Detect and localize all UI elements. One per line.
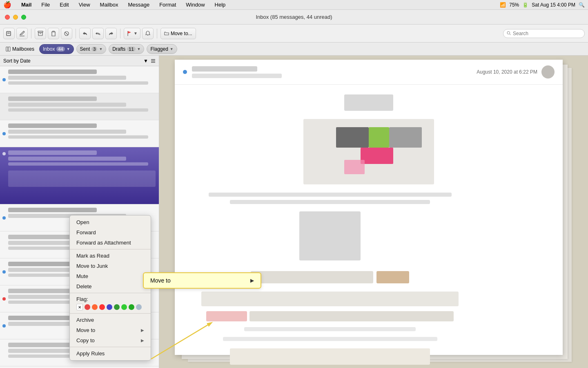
separator-1 xyxy=(31,29,31,38)
chart-block-5 xyxy=(344,160,365,174)
flag-button[interactable]: ▼ xyxy=(124,28,140,39)
forward-button[interactable] xyxy=(105,28,117,39)
ctx-flag-colors[interactable]: ✕ xyxy=(76,304,144,310)
maximize-button[interactable] xyxy=(21,15,26,20)
junk-button[interactable] xyxy=(61,28,72,39)
ctx-mute[interactable]: Mute xyxy=(70,271,151,281)
menu-edit[interactable]: Edit xyxy=(58,1,70,9)
menu-window[interactable]: Window xyxy=(184,1,206,9)
search-bar[interactable] xyxy=(503,29,585,38)
ctx-flag-section: Flag: ✕ xyxy=(70,294,151,312)
compose-icon xyxy=(6,31,12,36)
sort-bar[interactable]: Sort by Date ▼ xyxy=(0,56,159,66)
menu-mail[interactable]: Mail xyxy=(20,1,33,9)
flag-green2[interactable] xyxy=(121,304,127,310)
svg-rect-5 xyxy=(38,32,42,36)
reply-icon xyxy=(82,31,88,36)
flag-gray[interactable] xyxy=(136,304,142,310)
email-item[interactable] xyxy=(0,120,159,147)
forward-icon xyxy=(108,31,114,36)
archive-button[interactable] xyxy=(35,28,46,39)
svg-rect-17 xyxy=(151,61,155,61)
ctx-flag-label: Flag: xyxy=(76,296,144,302)
media-block xyxy=(187,211,473,260)
flag-green3[interactable] xyxy=(129,304,134,310)
ctx-move-to-label: Move to xyxy=(76,327,95,333)
wifi-icon: 📶 xyxy=(500,2,506,8)
ctx-forward[interactable]: Forward xyxy=(70,227,151,238)
ctx-archive[interactable]: Archive xyxy=(70,315,151,325)
flag-red2[interactable] xyxy=(99,304,105,310)
submenu-label: Move to xyxy=(150,277,171,284)
email-item-content xyxy=(8,150,156,187)
email-paper-main: August 10, 2020 at 6:22 PM xyxy=(175,60,563,355)
datetime: Sat Aug 15 4:00 PM xyxy=(532,2,575,8)
svg-line-9 xyxy=(65,32,68,35)
chart-block-1 xyxy=(336,127,369,148)
main-content: Sort by Date ▼ xyxy=(0,56,588,368)
menu-format[interactable]: Format xyxy=(158,1,178,9)
flag-clear[interactable]: ✕ xyxy=(76,304,83,310)
flag-green[interactable] xyxy=(114,304,120,310)
email-item[interactable] xyxy=(0,147,159,204)
flag-red[interactable] xyxy=(85,304,90,310)
mailboxes-toggle[interactable]: Mailboxes xyxy=(3,45,37,53)
email-logo-area xyxy=(187,94,550,111)
ctx-mark-read[interactable]: Mark as Read xyxy=(70,251,151,261)
ctx-apply-rules[interactable]: Apply Rules xyxy=(70,348,151,359)
reply-button[interactable] xyxy=(79,28,91,39)
tab-inbox[interactable]: Inbox 44 ▼ xyxy=(39,44,74,54)
email-image-area xyxy=(187,119,550,184)
inbox-badge: 44 xyxy=(56,47,65,52)
menu-message[interactable]: Message xyxy=(126,1,151,9)
ctx-delete[interactable]: Delete xyxy=(70,281,151,292)
ctx-copy-to[interactable]: Copy to ▶ xyxy=(70,335,151,346)
tab-flagged[interactable]: Flagged ▼ xyxy=(147,44,177,54)
svg-point-12 xyxy=(507,31,510,34)
flag-orange[interactable] xyxy=(92,304,98,310)
unread-indicator xyxy=(2,132,6,135)
search-input[interactable] xyxy=(513,31,581,36)
reply-all-button[interactable] xyxy=(92,28,104,39)
menu-mailbox[interactable]: Mailbox xyxy=(98,1,120,9)
tab-sent[interactable]: Sent 3 ▼ xyxy=(76,44,107,54)
ctx-divider-4 xyxy=(70,347,151,347)
email-item[interactable] xyxy=(0,93,159,120)
notify-button[interactable] xyxy=(142,28,154,39)
ctx-move-junk[interactable]: Move to Junk xyxy=(70,261,151,271)
minimize-button[interactable] xyxy=(13,15,18,20)
flag-blue[interactable] xyxy=(107,304,112,310)
move-to-submenu[interactable]: Move to ▶ xyxy=(143,272,261,289)
trash-icon xyxy=(51,31,56,36)
new-message-icon xyxy=(19,31,25,36)
subject-placeholder xyxy=(192,74,282,78)
tab-drafts[interactable]: Drafts 11 ▼ xyxy=(109,44,144,54)
body-line xyxy=(230,200,430,204)
menu-file[interactable]: File xyxy=(40,1,51,9)
ctx-forward-attachment[interactable]: Forward as Attachment xyxy=(70,238,151,248)
email-date: August 10, 2020 at 6:22 PM xyxy=(477,69,537,75)
compose-button[interactable] xyxy=(3,28,15,39)
flag-icon xyxy=(127,31,132,36)
close-button[interactable] xyxy=(5,15,10,20)
highlight-row xyxy=(187,311,473,321)
sent-label: Sent xyxy=(80,46,90,52)
email-body xyxy=(175,85,563,368)
media-placeholder xyxy=(299,211,361,260)
move-to-button[interactable]: Move to... xyxy=(160,28,196,39)
menu-view[interactable]: View xyxy=(77,1,92,9)
menu-help[interactable]: Help xyxy=(213,1,227,9)
sender-info xyxy=(192,66,282,78)
new-message-button[interactable] xyxy=(16,28,28,39)
notify-icon xyxy=(145,31,151,36)
ctx-open[interactable]: Open xyxy=(70,217,151,227)
search-icon-menu[interactable]: 🔍 xyxy=(579,2,585,8)
logo-placeholder xyxy=(344,94,393,111)
email-item[interactable] xyxy=(0,66,159,93)
apple-menu[interactable]: 🍎 xyxy=(3,1,11,9)
battery-icon: 🔋 xyxy=(522,2,528,8)
email-sender-area xyxy=(183,66,282,78)
ctx-move-to[interactable]: Move to ▶ xyxy=(70,325,151,335)
trash-button[interactable] xyxy=(48,28,59,39)
avatar xyxy=(541,65,555,79)
